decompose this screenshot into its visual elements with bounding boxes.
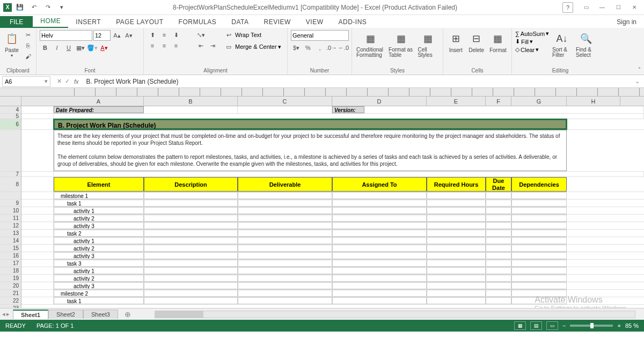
table-row[interactable]: task 3 bbox=[21, 260, 644, 267]
row-header[interactable]: 13 bbox=[0, 230, 21, 237]
border-button[interactable]: ▦▾ bbox=[75, 43, 86, 53]
row-header[interactable] bbox=[0, 192, 21, 200]
font-size-input[interactable] bbox=[93, 30, 111, 41]
align-bottom-icon[interactable]: ⬇ bbox=[171, 30, 181, 40]
row-header[interactable]: 16 bbox=[0, 252, 21, 260]
percent-icon[interactable]: % bbox=[303, 43, 313, 53]
tab-home[interactable]: HOME bbox=[33, 15, 68, 28]
format-cells-button[interactable]: ▦Format bbox=[488, 30, 508, 54]
sheet-tab-3[interactable]: Sheet3 bbox=[83, 310, 118, 319]
table-row[interactable] bbox=[21, 114, 644, 119]
close-icon[interactable]: ✕ bbox=[627, 2, 642, 13]
tab-data[interactable]: DATA bbox=[224, 16, 256, 28]
grid[interactable]: A B C D E F G H Date Prepared: Version: bbox=[21, 97, 644, 308]
next-sheet-icon[interactable]: ▸ bbox=[6, 311, 10, 318]
row-header[interactable]: 4 bbox=[0, 106, 21, 114]
align-left-icon[interactable]: ≡ bbox=[147, 41, 158, 50]
cut-icon[interactable]: ✂ bbox=[23, 30, 33, 40]
autosum-button[interactable]: ∑ AutoSum ▾ bbox=[515, 30, 549, 37]
undo-icon[interactable]: ↶ bbox=[28, 2, 40, 13]
maximize-icon[interactable]: ☐ bbox=[611, 2, 626, 13]
orientation-icon[interactable]: ⤡▾ bbox=[195, 30, 206, 40]
table-row[interactable]: activity 2 bbox=[21, 275, 644, 282]
row-header[interactable]: 14 bbox=[0, 237, 21, 245]
increase-font-icon[interactable]: A▴ bbox=[112, 31, 122, 40]
table-row[interactable]: B. Project Work Plan (Schedule) bbox=[21, 119, 644, 130]
col-header-d[interactable]: D bbox=[332, 97, 427, 106]
table-row[interactable]: task 2 bbox=[21, 230, 644, 237]
tab-view[interactable]: VIEW bbox=[298, 16, 331, 28]
accept-formula-icon[interactable]: ✓ bbox=[65, 78, 70, 85]
table-row[interactable]: activity 2 bbox=[21, 215, 644, 222]
horizontal-scrollbar[interactable] bbox=[155, 311, 635, 318]
row-header[interactable]: 15 bbox=[0, 245, 21, 252]
row-header[interactable] bbox=[0, 130, 21, 172]
table-row[interactable]: activity 3 bbox=[21, 252, 644, 260]
table-row[interactable]: activity 1 bbox=[21, 267, 644, 275]
tab-addins[interactable]: ADD-INS bbox=[331, 16, 375, 28]
save-icon[interactable]: 💾 bbox=[14, 2, 26, 13]
conditional-formatting-button[interactable]: ▦Conditional Formatting bbox=[355, 30, 385, 59]
qat-customize-icon[interactable]: ▾ bbox=[56, 2, 68, 13]
col-header-e[interactable]: E bbox=[427, 97, 486, 106]
copy-icon[interactable]: ⎘ bbox=[23, 41, 33, 50]
row-header[interactable]: 11 bbox=[0, 215, 21, 222]
row-header[interactable]: 12 bbox=[0, 222, 21, 230]
comma-icon[interactable]: , bbox=[314, 43, 325, 53]
row-header[interactable]: 21 bbox=[0, 290, 21, 297]
col-header-b[interactable]: B bbox=[144, 97, 238, 106]
zoom-out-icon[interactable]: − bbox=[562, 322, 566, 329]
table-row[interactable]: activity 3 bbox=[21, 222, 644, 230]
wrap-text-button[interactable]: ↩Wrap Text bbox=[223, 30, 281, 40]
zoom-in-icon[interactable]: + bbox=[617, 322, 620, 329]
col-header-a[interactable]: A bbox=[54, 97, 144, 106]
bold-button[interactable]: B bbox=[40, 43, 50, 53]
cancel-formula-icon[interactable]: ✕ bbox=[57, 78, 62, 85]
page-layout-view-icon[interactable]: ▤ bbox=[530, 321, 542, 330]
decrease-indent-icon[interactable]: ⇤ bbox=[195, 41, 206, 50]
fill-color-button[interactable]: 🪣▾ bbox=[87, 43, 98, 53]
clear-button[interactable]: ◇ Clear ▾ bbox=[515, 46, 549, 53]
table-header-row[interactable]: Element Description Deliverable Assigned… bbox=[21, 177, 644, 192]
formula-input[interactable]: B. Project Work Plan (Schedule) bbox=[83, 78, 631, 85]
fill-button[interactable]: ⬇ Fill ▾ bbox=[515, 38, 549, 45]
increase-indent-icon[interactable]: ⇥ bbox=[207, 41, 218, 50]
table-row[interactable]: These are the key elements of your proje… bbox=[21, 130, 644, 172]
font-name-input[interactable] bbox=[40, 30, 92, 41]
col-header-c[interactable]: C bbox=[238, 97, 332, 106]
table-row[interactable]: activity 1 bbox=[21, 207, 644, 215]
underline-button[interactable]: U bbox=[63, 43, 74, 53]
minimize-icon[interactable]: — bbox=[595, 2, 610, 13]
italic-button[interactable]: I bbox=[52, 43, 62, 53]
table-row[interactable]: milestone 1 bbox=[21, 192, 644, 200]
tab-review[interactable]: REVIEW bbox=[256, 16, 298, 28]
font-color-button[interactable]: A▾ bbox=[99, 43, 109, 53]
prev-sheet-icon[interactable]: ◂ bbox=[2, 311, 5, 318]
decrease-font-icon[interactable]: A▾ bbox=[123, 31, 134, 40]
sort-filter-button[interactable]: A↓Sort & Filter bbox=[551, 30, 573, 59]
table-row[interactable]: Date Prepared: Version: bbox=[21, 106, 644, 114]
row-header[interactable]: 6 bbox=[0, 119, 21, 130]
format-painter-icon[interactable]: 🖌 bbox=[23, 52, 33, 61]
row-header[interactable]: 10 bbox=[0, 207, 21, 215]
tab-page-layout[interactable]: PAGE LAYOUT bbox=[108, 16, 171, 28]
ribbon-options-icon[interactable]: ▭ bbox=[579, 2, 594, 13]
table-row[interactable]: task 1 bbox=[21, 200, 644, 207]
delete-cells-button[interactable]: ⊟Delete bbox=[467, 30, 485, 54]
tab-formulas[interactable]: FORMULAS bbox=[171, 16, 224, 28]
table-row[interactable]: milestone 2 bbox=[21, 290, 644, 297]
table-row[interactable]: activity 3 bbox=[21, 282, 644, 290]
table-row[interactable]: task 1 bbox=[21, 297, 644, 305]
decrease-decimal-icon[interactable]: ←.0 bbox=[338, 43, 349, 53]
col-header-h[interactable]: H bbox=[567, 97, 620, 106]
redo-icon[interactable]: ↷ bbox=[42, 2, 54, 13]
page-break-view-icon[interactable]: ▭ bbox=[546, 321, 558, 330]
align-top-icon[interactable]: ⬆ bbox=[147, 30, 158, 40]
insert-cells-button[interactable]: ⊞Insert bbox=[447, 30, 465, 54]
row-header[interactable]: 19 bbox=[0, 275, 21, 282]
row-header[interactable]: 8 bbox=[0, 177, 21, 192]
help-icon[interactable]: ? bbox=[562, 2, 573, 13]
name-box[interactable]: A6▾ bbox=[2, 76, 50, 87]
currency-icon[interactable]: $▾ bbox=[291, 43, 302, 53]
table-row[interactable]: activity 1 bbox=[21, 237, 644, 245]
